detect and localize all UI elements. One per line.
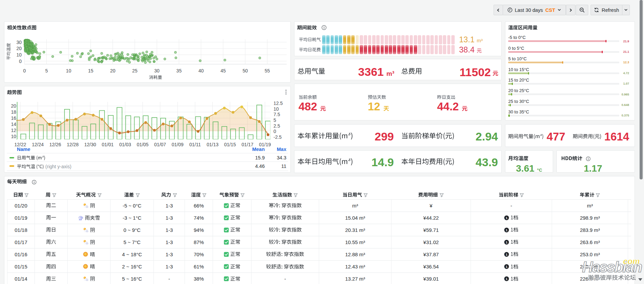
svg-text:35: 35 xyxy=(176,68,182,73)
svg-text:1: 1 xyxy=(506,265,508,268)
svg-text:1: 1 xyxy=(506,216,508,220)
svg-text:14: 14 xyxy=(11,122,16,127)
svg-text:1: 1 xyxy=(506,253,508,256)
svg-text:20: 20 xyxy=(16,46,22,51)
svg-text:10: 10 xyxy=(16,52,22,58)
svg-text:1: 1 xyxy=(506,228,508,232)
svg-text:16: 16 xyxy=(11,115,16,121)
svg-text:01/09: 01/09 xyxy=(172,142,184,147)
svg-text:7.5: 7.5 xyxy=(273,112,280,117)
svg-text:10: 10 xyxy=(11,134,16,139)
svg-text:01/15: 01/15 xyxy=(224,142,236,147)
svg-text:20: 20 xyxy=(11,103,16,109)
svg-text:12.5: 12.5 xyxy=(273,101,283,106)
svg-text:12: 12 xyxy=(11,128,16,133)
svg-text:0: 0 xyxy=(273,129,276,134)
svg-text:30: 30 xyxy=(154,68,160,73)
svg-text:01/13: 01/13 xyxy=(207,142,218,147)
svg-text:01/01: 01/01 xyxy=(102,142,114,147)
svg-text:01/17: 01/17 xyxy=(242,142,254,147)
svg-text:20: 20 xyxy=(110,68,116,73)
svg-text:1: 1 xyxy=(506,240,508,244)
svg-text:0: 0 xyxy=(19,59,22,64)
svg-text:30: 30 xyxy=(16,40,22,45)
svg-text:01/07: 01/07 xyxy=(154,142,166,147)
svg-text:50: 50 xyxy=(243,68,248,73)
svg-text:01/03: 01/03 xyxy=(119,142,131,147)
svg-text:-2.5: -2.5 xyxy=(273,134,282,140)
svg-text:12/24: 12/24 xyxy=(32,142,44,147)
svg-text:5: 5 xyxy=(45,68,48,73)
svg-text:18: 18 xyxy=(11,109,16,115)
svg-text:10: 10 xyxy=(66,68,71,73)
svg-text:10: 10 xyxy=(273,106,279,112)
svg-text:0: 0 xyxy=(23,68,26,73)
svg-text:5: 5 xyxy=(273,117,276,123)
svg-text:2.5: 2.5 xyxy=(273,123,280,129)
svg-text:01/05: 01/05 xyxy=(137,142,148,147)
svg-text:45: 45 xyxy=(220,68,226,73)
svg-text:40: 40 xyxy=(198,68,204,73)
svg-text:25: 25 xyxy=(132,68,138,73)
svg-text:12/28: 12/28 xyxy=(67,142,79,147)
svg-text:01/11: 01/11 xyxy=(189,142,201,147)
svg-text:15: 15 xyxy=(88,68,93,73)
svg-text:1: 1 xyxy=(506,277,508,281)
svg-text:55: 55 xyxy=(265,68,270,73)
svg-text:12/26: 12/26 xyxy=(49,142,61,147)
svg-text:12/30: 12/30 xyxy=(84,142,96,147)
